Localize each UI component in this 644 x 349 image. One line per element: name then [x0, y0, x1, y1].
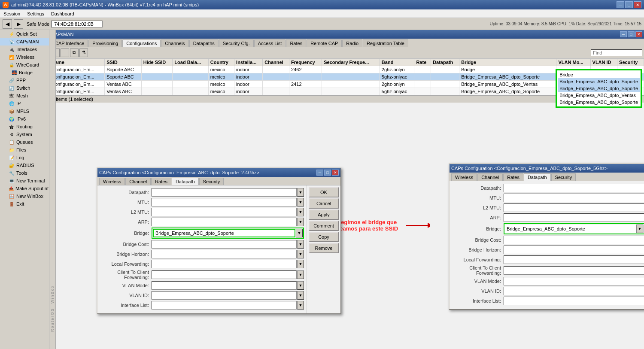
input-client-to-client[interactable]: [152, 270, 297, 279]
input-l2mtu[interactable]: [152, 208, 297, 216]
sidebar-item-routing[interactable]: 🛣 Routing: [0, 123, 49, 130]
sidebar-item-files[interactable]: 📁 Files: [0, 146, 49, 154]
input-bridge-cost[interactable]: [152, 240, 297, 249]
forward-button[interactable]: ▶: [14, 19, 23, 29]
sidebar-item-queues[interactable]: 📋 Queues: [0, 138, 49, 146]
sidebar-item-ppp[interactable]: 🔗 PPP: [0, 76, 49, 84]
input-local-forwarding[interactable]: [152, 260, 297, 268]
input-interface-list[interactable]: [152, 301, 297, 310]
input-bridge-5ghz[interactable]: [505, 225, 636, 233]
tab-access-list[interactable]: Access List: [254, 39, 286, 47]
input-client-to-client-5ghz[interactable]: [504, 266, 644, 275]
tab-5ghz-datapath[interactable]: Datapath: [524, 173, 551, 181]
bridge-dropdown-item-1[interactable]: Bridge_Empresa_ABC_dpto_Soporte: [558, 78, 640, 85]
input-mtu[interactable]: [152, 198, 297, 206]
tab-channels[interactable]: Channels: [161, 39, 188, 47]
input-arp-5ghz[interactable]: [504, 213, 644, 222]
bridge-dropdown-btn-24ghz[interactable]: ▼: [296, 229, 303, 237]
bridge-dropdown-item-3[interactable]: Bridge_Empresa_ABC_dpto_Ventas: [558, 92, 640, 99]
maximize-button[interactable]: □: [625, 1, 633, 8]
capsman-minimize[interactable]: ─: [620, 31, 627, 37]
bridge-dropdown-item-0[interactable]: Bridge: [558, 71, 640, 78]
tab-24ghz-rates[interactable]: Rates: [151, 178, 171, 185]
sidebar-item-bridge[interactable]: 🌉 Bridge: [0, 69, 49, 76]
btn-apply-24ghz[interactable]: Apply: [309, 209, 339, 220]
bridge-horizon-dropdown-btn[interactable]: ▼: [297, 250, 304, 258]
l2mtu-dropdown-btn[interactable]: ▼: [297, 208, 304, 216]
table-row[interactable]: Configuracion_Em... Soporte ABC mexico i…: [50, 66, 644, 73]
table-row[interactable]: Configuracion_Em... Soporte ABC mexico i…: [50, 73, 644, 81]
tab-cap-interface[interactable]: CAP Interface: [51, 39, 88, 47]
btn-comment-24ghz[interactable]: Comment: [309, 221, 339, 231]
datapath-dropdown-btn[interactable]: ▼: [297, 188, 304, 197]
table-row[interactable]: Configuracion_Em... Ventas ABC mexico in…: [50, 81, 644, 88]
input-datapath[interactable]: [152, 188, 297, 197]
sidebar-item-mesh[interactable]: 🕸 Mesh: [0, 92, 49, 100]
sidebar-item-wireless[interactable]: 📶 Wireless: [0, 53, 49, 61]
sidebar-item-ipv6[interactable]: 🌍 IPv6: [0, 115, 49, 123]
btn-ok-24ghz[interactable]: OK: [309, 187, 339, 197]
tab-rates[interactable]: Rates: [286, 39, 306, 47]
capsman-close[interactable]: ✕: [635, 31, 642, 37]
input-bridge-horizon-5ghz[interactable]: [504, 246, 644, 254]
capsman-maximize[interactable]: □: [628, 31, 635, 37]
input-vlan-id-5ghz[interactable]: [504, 287, 644, 295]
filter-button[interactable]: ⚗: [79, 49, 88, 57]
interface-list-dropdown-btn[interactable]: ▼: [297, 301, 304, 310]
tab-24ghz-channel[interactable]: Channel: [125, 178, 151, 185]
bridge-dropdown-item-4[interactable]: Bridge_Empresa_ABC_dpto_Soporte: [558, 99, 640, 106]
input-vlan-mode-5ghz[interactable]: [504, 277, 644, 285]
input-vlan-mode[interactable]: [152, 281, 297, 290]
dialog-24ghz-close[interactable]: ✕: [332, 170, 339, 176]
bridge-cost-dropdown-btn[interactable]: ▼: [297, 240, 304, 249]
minimize-button[interactable]: ─: [617, 1, 624, 8]
find-input[interactable]: [591, 49, 642, 56]
tab-configurations[interactable]: Configurations: [122, 39, 161, 47]
tab-5ghz-channel[interactable]: Channel: [477, 173, 503, 181]
sidebar-item-exit[interactable]: 🚪 Exit: [0, 200, 49, 208]
input-local-forwarding-5ghz[interactable]: [504, 255, 644, 264]
sidebar-item-capsman[interactable]: 📡 CAPsMAN: [0, 38, 49, 46]
input-bridge-horizon[interactable]: [152, 250, 297, 258]
sidebar-item-system[interactable]: ⚙ System: [0, 130, 49, 138]
tab-provisioning[interactable]: Provisioning: [88, 39, 122, 47]
input-bridge-24ghz[interactable]: [153, 229, 295, 237]
tab-24ghz-datapath[interactable]: Datapath: [172, 178, 199, 185]
tab-registration-table[interactable]: Registration Table: [363, 39, 408, 47]
bridge-dropdown-btn-5ghz[interactable]: ▼: [636, 225, 643, 233]
input-l2mtu-5ghz[interactable]: [504, 203, 644, 212]
input-arp[interactable]: [152, 218, 297, 226]
mtu-dropdown-btn[interactable]: ▼: [297, 198, 304, 206]
dialog-24ghz-maximize[interactable]: □: [324, 170, 331, 176]
sidebar-item-winbox[interactable]: 🪟 New WinBox: [0, 192, 49, 200]
sidebar-item-radius[interactable]: 🔐 RADIUS: [0, 161, 49, 169]
sidebar-item-log[interactable]: 📝 Log: [0, 154, 49, 161]
dialog-24ghz-minimize[interactable]: ─: [316, 170, 323, 176]
btn-remove-24ghz[interactable]: Remove: [309, 243, 339, 253]
input-bridge-cost-5ghz[interactable]: [504, 236, 644, 244]
copy-tool-button[interactable]: ⧉: [70, 49, 79, 57]
sidebar-item-tools[interactable]: 🔧 Tools: [0, 169, 49, 177]
btn-cancel-24ghz[interactable]: Cancel: [309, 198, 339, 209]
tab-5ghz-wireless[interactable]: Wireless: [451, 173, 477, 181]
remove-button[interactable]: −: [61, 49, 69, 57]
sidebar-item-terminal[interactable]: 💻 New Terminal: [0, 177, 49, 185]
tab-datapaths[interactable]: Datapaths: [189, 39, 219, 47]
sidebar-item-interfaces[interactable]: 🔌 Interfaces: [0, 46, 49, 53]
tab-24ghz-security[interactable]: Security: [199, 178, 224, 185]
sidebar-item-quickset[interactable]: ⚡ Quick Set: [0, 30, 49, 38]
tab-remote-cap[interactable]: Remote CAP: [307, 39, 342, 47]
sidebar-item-switch[interactable]: 🔄 Switch: [0, 84, 49, 92]
sidebar-item-wireguard[interactable]: 🔒 WireGuard: [0, 61, 49, 69]
input-datapath-5ghz[interactable]: [504, 184, 644, 192]
tab-24ghz-wireless[interactable]: Wireless: [99, 178, 125, 185]
input-mtu-5ghz[interactable]: [504, 194, 644, 202]
btn-copy-24ghz[interactable]: Copy: [309, 232, 339, 242]
local-forwarding-dropdown-btn[interactable]: ▼: [297, 260, 304, 268]
back-button[interactable]: ◀: [3, 19, 12, 29]
vlan-mode-dropdown-btn[interactable]: ▼: [297, 281, 304, 290]
tab-5ghz-rates[interactable]: Rates: [503, 173, 523, 181]
arp-dropdown-btn[interactable]: ▼: [297, 218, 304, 226]
menu-settings[interactable]: Settings: [24, 10, 48, 17]
sidebar-item-supout[interactable]: 📤 Make Supout.rif: [0, 185, 49, 192]
